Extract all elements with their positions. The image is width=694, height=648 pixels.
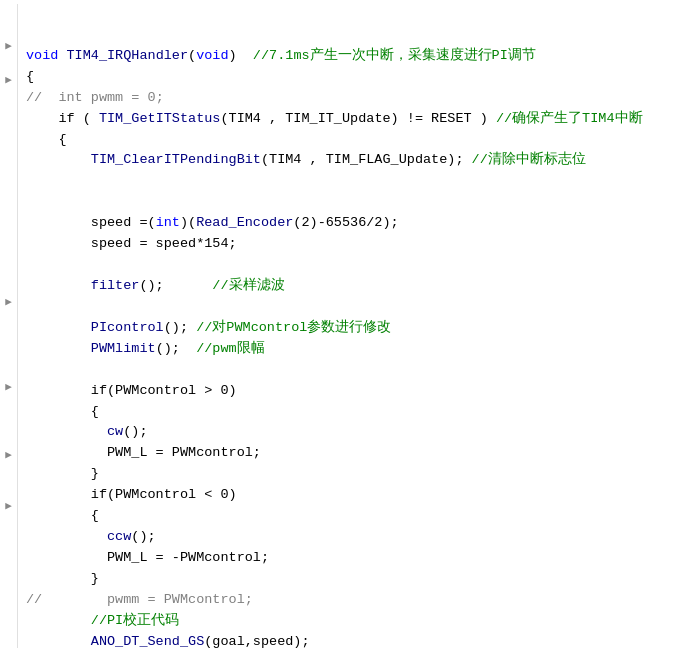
gutter-mark (4, 277, 14, 294)
code-line: PWMlimit(); //pwm限幅 (26, 339, 686, 360)
gutter-mark (4, 345, 14, 362)
code-line: // int pwmm = 0; (26, 88, 686, 109)
code-token: //7.1ms产生一次中断，采集速度进行PI调节 (237, 48, 536, 63)
code-token: int (156, 215, 180, 230)
code-token: (); (123, 424, 147, 439)
gutter-mark (4, 481, 14, 498)
code-token: void (196, 48, 228, 63)
gutter-mark (4, 55, 14, 72)
gutter-mark (4, 106, 14, 123)
code-token: )( (180, 215, 196, 230)
code-token (26, 341, 91, 356)
code-token: filter (91, 278, 140, 293)
code-line: //PI校正代码 (26, 611, 686, 632)
gutter-mark (4, 413, 14, 430)
code-token (26, 278, 91, 293)
code-token: //对PWMcontrol参数进行修改 (196, 320, 391, 335)
code-token: (); (164, 320, 196, 335)
code-editor: ▶▶▶▶▶▶ void TIM4_IRQHandler(void) //7.1m… (0, 0, 694, 648)
gutter-mark: ▶ (4, 379, 14, 396)
code-line (26, 192, 686, 213)
code-line: if(PWMcontrol > 0) (26, 381, 686, 402)
gutter-mark (4, 311, 14, 328)
gutter-mark (4, 362, 14, 379)
gutter-mark (4, 192, 14, 209)
code-token: } (26, 466, 99, 481)
code-line (26, 297, 686, 318)
code-line: } (26, 464, 686, 485)
code-line: speed = speed*154; (26, 234, 686, 255)
code-token: if(PWMcontrol > 0) (26, 383, 237, 398)
gutter-mark: ▶ (4, 38, 14, 55)
gutter-mark (4, 209, 14, 226)
code-token (26, 529, 107, 544)
gutter-mark (4, 515, 14, 532)
code-token: if ( (26, 111, 99, 126)
code-token: (2)-65536/2); (293, 215, 398, 230)
code-token: //pwm限幅 (196, 341, 265, 356)
code-line: // pwmm = PWMcontrol; (26, 590, 686, 611)
code-token: (TIM4 , TIM_FLAG_Update); (261, 152, 472, 167)
gutter-mark (4, 123, 14, 140)
code-token: PIcontrol (91, 320, 164, 335)
code-line: { (26, 130, 686, 151)
gutter-mark (4, 532, 14, 549)
code-token: (); (156, 341, 197, 356)
gutter-mark (4, 430, 14, 447)
code-line: { (26, 506, 686, 527)
code-token: Read_Encoder (196, 215, 293, 230)
code-line: speed =(int)(Read_Encoder(2)-65536/2); (26, 213, 686, 234)
gutter-mark (4, 260, 14, 277)
gutter-mark (4, 174, 14, 191)
code-line: PIcontrol(); //对PWMcontrol参数进行修改 (26, 318, 686, 339)
code-token: (TIM4 , TIM_IT_Update) != RESET ) (220, 111, 495, 126)
gutter-mark: ▶ (4, 498, 14, 515)
code-token: if(PWMcontrol < 0) (26, 487, 237, 502)
code-token: void (26, 48, 67, 63)
gutter-mark (4, 4, 14, 21)
code-line: ANO_DT_Send_GS(goal,speed); (26, 632, 686, 648)
code-token: ) (229, 48, 237, 63)
code-token: ANO_DT_Send_GS (91, 634, 204, 648)
code-token: } (26, 571, 99, 586)
gutter-mark (4, 396, 14, 413)
code-token: //PI校正代码 (26, 613, 179, 628)
gutter-mark: ▶ (4, 447, 14, 464)
gutter-mark (4, 89, 14, 106)
code-line: TIM_ClearITPendingBit(TIM4 , TIM_FLAG_Up… (26, 150, 686, 171)
code-token: cw (107, 424, 123, 439)
code-token: //采样滤波 (212, 278, 284, 293)
gutter-mark (4, 464, 14, 481)
code-token: (); (131, 529, 155, 544)
code-token: //确保产生了TIM4中断 (496, 111, 643, 126)
gutter-mark (4, 243, 14, 260)
code-token: pwmm = 0; (83, 90, 164, 105)
code-token: TIM_GetITStatus (99, 111, 221, 126)
code-line: cw(); (26, 422, 686, 443)
code-line: PWM_L = PWMcontrol; (26, 443, 686, 464)
code-token: speed = speed*154; (26, 236, 237, 251)
code-token (26, 634, 91, 648)
code-line: void TIM4_IRQHandler(void) //7.1ms产生一次中断… (26, 46, 686, 67)
gutter-mark: ▶ (4, 294, 14, 311)
gutter-mark (4, 157, 14, 174)
code-token: { (26, 69, 34, 84)
code-token: (goal,speed); (204, 634, 309, 648)
code-token: TIM_ClearITPendingBit (91, 152, 261, 167)
code-token: ccw (107, 529, 131, 544)
code-line (26, 171, 686, 192)
code-token: speed =( (26, 215, 156, 230)
code-token: // pwmm = PWMcontrol; (26, 592, 253, 607)
code-token: //清除中断标志位 (472, 152, 586, 167)
code-line (26, 360, 686, 381)
code-token (26, 152, 91, 167)
code-token: ( (188, 48, 196, 63)
code-token: // (26, 90, 58, 105)
code-token: { (26, 508, 99, 523)
code-token (26, 424, 107, 439)
code-lines: void TIM4_IRQHandler(void) //7.1ms产生一次中断… (18, 4, 694, 648)
code-line: { (26, 67, 686, 88)
code-line: if(PWMcontrol < 0) (26, 485, 686, 506)
gutter-mark (4, 226, 14, 243)
code-token: (); (139, 278, 212, 293)
